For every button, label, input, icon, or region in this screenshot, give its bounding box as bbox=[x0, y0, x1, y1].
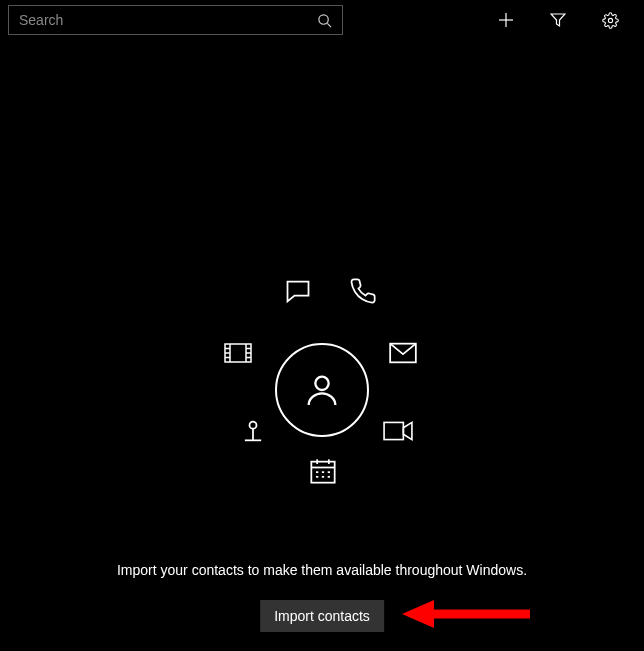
add-button[interactable] bbox=[486, 5, 526, 35]
calendar-icon bbox=[307, 455, 339, 487]
empty-state-graphic bbox=[202, 270, 442, 510]
svg-point-0 bbox=[319, 14, 328, 23]
svg-marker-4 bbox=[551, 14, 565, 26]
search-icon[interactable] bbox=[317, 13, 332, 28]
film-icon bbox=[222, 337, 254, 369]
search-input[interactable] bbox=[19, 12, 317, 28]
annotation-arrow bbox=[402, 594, 532, 634]
person-circle bbox=[275, 343, 369, 437]
import-contacts-button[interactable]: Import contacts bbox=[260, 600, 384, 632]
settings-button[interactable] bbox=[590, 5, 630, 35]
top-actions bbox=[486, 5, 636, 35]
svg-point-5 bbox=[608, 18, 612, 22]
svg-marker-33 bbox=[402, 600, 434, 628]
filter-button[interactable] bbox=[538, 5, 578, 35]
svg-marker-21 bbox=[403, 422, 412, 439]
person-icon bbox=[302, 370, 342, 410]
svg-rect-20 bbox=[384, 422, 403, 439]
map-pin-icon bbox=[237, 415, 269, 447]
empty-state-text: Import your contacts to make them availa… bbox=[0, 562, 644, 578]
search-box[interactable] bbox=[8, 5, 343, 35]
video-icon bbox=[382, 415, 414, 447]
svg-point-6 bbox=[315, 377, 328, 390]
phone-icon bbox=[347, 275, 379, 307]
mail-icon bbox=[387, 337, 419, 369]
svg-point-17 bbox=[250, 422, 257, 429]
message-icon bbox=[282, 275, 314, 307]
svg-line-1 bbox=[327, 23, 331, 27]
top-bar bbox=[0, 0, 644, 40]
